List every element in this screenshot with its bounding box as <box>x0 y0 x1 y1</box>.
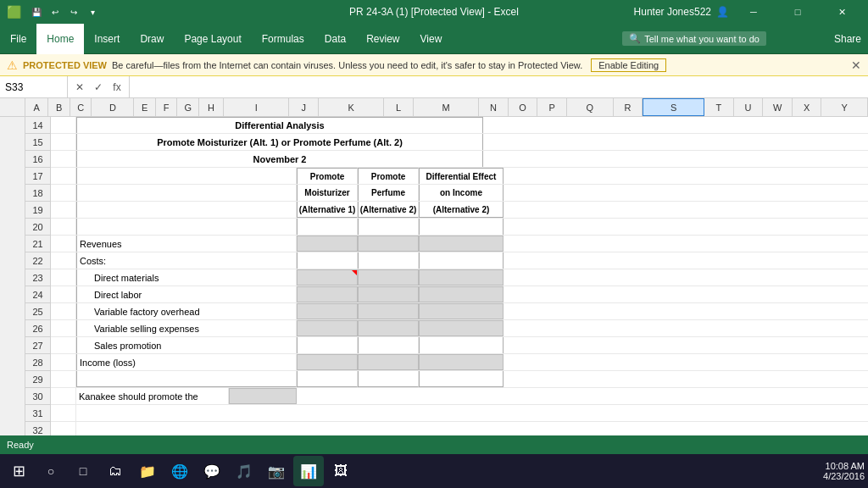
cell-label-17[interactable] <box>76 168 297 184</box>
cell-A28[interactable] <box>51 354 76 370</box>
cell-A25[interactable] <box>51 303 76 319</box>
close-button[interactable]: ✕ <box>822 0 861 24</box>
tab-data[interactable]: Data <box>314 24 356 54</box>
cell-col3-20[interactable] <box>419 219 504 235</box>
cell-col3-24[interactable] <box>419 286 504 302</box>
start-button[interactable]: ⊞ <box>3 456 34 486</box>
maximize-button[interactable]: □ <box>778 0 817 24</box>
enable-editing-button[interactable]: Enable Editing <box>591 58 666 72</box>
cell-col1-28[interactable] <box>297 354 358 370</box>
cell-label-23[interactable]: Direct materials <box>76 269 297 286</box>
cell-col2-22[interactable] <box>358 252 419 269</box>
cell-col2-20[interactable] <box>358 219 419 235</box>
cell-A26[interactable] <box>51 320 76 336</box>
cell-col2-28[interactable] <box>358 354 419 370</box>
cell-col3-23[interactable] <box>419 269 504 286</box>
tab-insert[interactable]: Insert <box>84 24 130 54</box>
cell-label-19[interactable] <box>76 202 297 218</box>
cell-A17[interactable] <box>51 168 76 184</box>
cancel-formula-btn[interactable]: ✕ <box>71 81 88 93</box>
cell-col2-19[interactable]: (Alternative 2) <box>358 202 419 218</box>
cell-col2-18[interactable]: Perfume <box>358 185 419 201</box>
cell-col1-29[interactable] <box>297 371 358 387</box>
cell-col3-27[interactable] <box>419 337 504 353</box>
cell-label-28[interactable]: Income (loss) <box>76 354 297 370</box>
folder-button[interactable]: 📁 <box>132 456 163 486</box>
share-button[interactable]: Share <box>834 33 861 45</box>
redo-icon[interactable]: ↪ <box>65 3 82 20</box>
tab-page-layout[interactable]: Page Layout <box>174 24 251 54</box>
cell-A22[interactable] <box>51 252 76 269</box>
cell-col2-29[interactable] <box>358 371 419 387</box>
image-button[interactable]: 🖼 <box>326 456 356 486</box>
ribbon-search[interactable]: 🔍 Tell me what you want to do <box>622 31 766 46</box>
cell-A20[interactable] <box>51 219 76 235</box>
search-button[interactable]: ○ <box>36 456 66 486</box>
cell-A32[interactable] <box>51 422 76 435</box>
cell-col3-25[interactable] <box>419 303 504 319</box>
cell-col1-18[interactable]: Moisturizer <box>297 185 358 201</box>
cell-col2-21[interactable] <box>358 236 419 252</box>
cell-col2-23[interactable] <box>358 269 419 286</box>
cell-label-29[interactable] <box>76 371 297 387</box>
cell-col3-22[interactable] <box>419 252 504 269</box>
cell-label-27[interactable]: Sales promotion <box>76 337 297 353</box>
cell-title-15[interactable]: Promote Moisturizer (Alt. 1) or Promote … <box>76 134 483 150</box>
cell-col3-17[interactable]: Differential Effect <box>419 168 504 184</box>
cell-col1-21[interactable] <box>297 236 358 252</box>
tab-home[interactable]: Home <box>36 24 84 54</box>
cell-label-21[interactable]: Revenues <box>76 236 297 252</box>
tab-view[interactable]: View <box>410 24 453 54</box>
file-explorer-button[interactable]: 🗂 <box>100 456 131 486</box>
protected-view-close[interactable]: ✕ <box>851 58 861 72</box>
cell-col3-18[interactable]: on Income <box>419 185 504 201</box>
cell-A29[interactable] <box>51 371 76 387</box>
cell-col3-19[interactable]: (Alternative 2) <box>419 202 504 218</box>
excel-taskbar-button[interactable]: 📊 <box>293 456 324 486</box>
cell-A30[interactable] <box>51 388 76 404</box>
cell-col2-26[interactable] <box>358 320 419 336</box>
photos-button[interactable]: 📷 <box>261 456 292 486</box>
cell-col3-21[interactable] <box>419 236 504 252</box>
cell-A24[interactable] <box>51 286 76 302</box>
cell-col1-20[interactable] <box>297 219 358 235</box>
cell-label-26[interactable]: Variable selling expenses <box>76 320 297 336</box>
cell-col1-23[interactable] <box>297 269 358 286</box>
cell-input-30[interactable] <box>229 388 297 404</box>
cell-col2-27[interactable] <box>358 337 419 353</box>
cell-col1-24[interactable] <box>297 286 358 302</box>
cell-col1-26[interactable] <box>297 320 358 336</box>
minimize-button[interactable]: ─ <box>734 0 773 24</box>
task-view-button[interactable]: □ <box>68 456 98 486</box>
name-box[interactable]: S33 <box>0 76 68 97</box>
cell-col3-28[interactable] <box>419 354 504 370</box>
cell-col2-17[interactable]: Promote <box>358 168 419 184</box>
cell-A18[interactable] <box>51 185 76 201</box>
cell-label-25[interactable]: Variable factory overhead <box>76 303 297 319</box>
cell-A31[interactable] <box>51 405 76 421</box>
chat-button[interactable]: 💬 <box>197 456 227 486</box>
tab-formulas[interactable]: Formulas <box>252 24 314 54</box>
account-icon[interactable]: 👤 <box>716 6 729 18</box>
cell-label-22[interactable]: Costs: <box>76 252 297 269</box>
music-button[interactable]: 🎵 <box>229 456 259 486</box>
browser-button[interactable]: 🌐 <box>164 456 195 486</box>
cell-label-24[interactable]: Direct labor <box>76 286 297 302</box>
tab-file[interactable]: File <box>0 24 36 54</box>
cell-col1-27[interactable] <box>297 337 358 353</box>
cell-title-14[interactable]: Differential Analysis <box>76 117 483 133</box>
cell-col2-25[interactable] <box>358 303 419 319</box>
cell-col1-19[interactable]: (Alternative 1) <box>297 202 358 218</box>
cell-A23[interactable] <box>51 269 76 286</box>
tab-draw[interactable]: Draw <box>130 24 174 54</box>
cell-col1-22[interactable] <box>297 252 358 269</box>
cell-col2-24[interactable] <box>358 286 419 302</box>
cell-col1-17[interactable]: Promote <box>297 168 358 184</box>
cell-A21[interactable] <box>51 236 76 252</box>
cell-A16[interactable] <box>51 151 76 167</box>
confirm-formula-btn[interactable]: ✓ <box>90 81 107 93</box>
cell-col3-29[interactable] <box>419 371 504 387</box>
cell-A15[interactable] <box>51 134 76 150</box>
insert-function-btn[interactable]: fx <box>108 81 125 93</box>
tab-review[interactable]: Review <box>356 24 409 54</box>
